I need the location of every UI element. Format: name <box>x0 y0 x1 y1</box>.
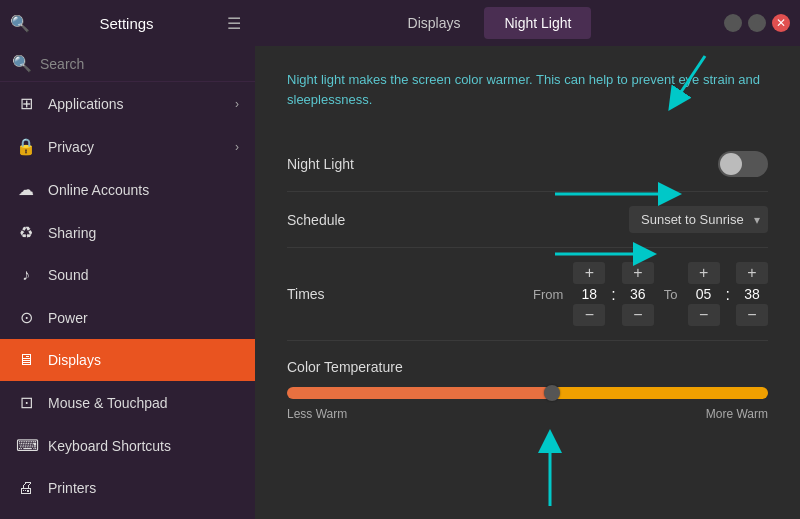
chevron-right-icon: › <box>235 97 239 111</box>
toggle-knob <box>720 153 742 175</box>
app-title: Settings <box>38 15 215 32</box>
sidebar-item-privacy[interactable]: 🔒 Privacy › <box>0 125 255 168</box>
time-colon-2: : <box>726 284 730 304</box>
sidebar-search-bar[interactable]: 🔍 <box>0 46 255 82</box>
keyboard-icon: ⌨ <box>16 436 36 455</box>
from-label: From <box>533 287 563 302</box>
chevron-right-icon: › <box>235 140 239 154</box>
to-hour-increment[interactable]: + <box>688 262 720 284</box>
sidebar-item-power[interactable]: ⊙ Power <box>0 296 255 339</box>
color-temperature-track[interactable] <box>287 387 768 399</box>
sidebar-item-online-accounts[interactable]: ☁ Online Accounts <box>0 168 255 211</box>
to-minute-value: 38 <box>736 286 768 302</box>
sidebar-item-label: Keyboard Shortcuts <box>48 438 239 454</box>
tab-night-light[interactable]: Night Light <box>484 7 591 39</box>
from-minute-value: 36 <box>622 286 654 302</box>
sidebar-item-label: Mouse & Touchpad <box>48 395 239 411</box>
less-warm-label: Less Warm <box>287 407 347 421</box>
mouse-icon: ⊡ <box>16 393 36 412</box>
sidebar-item-sharing[interactable]: ♻ Sharing <box>0 211 255 254</box>
more-warm-label: More Warm <box>706 407 768 421</box>
online-accounts-icon: ☁ <box>16 180 36 199</box>
to-minute-decrement[interactable]: − <box>736 304 768 326</box>
sidebar-item-displays[interactable]: 🖥 Displays <box>0 339 255 381</box>
sidebar-item-sound[interactable]: ♪ Sound <box>0 254 255 296</box>
sidebar-item-mouse-touchpad[interactable]: ⊡ Mouse & Touchpad <box>0 381 255 424</box>
power-icon: ⊙ <box>16 308 36 327</box>
from-hour-value: 18 <box>573 286 605 302</box>
time-colon-1: : <box>611 284 615 304</box>
from-hour-spinner: + 18 − <box>573 262 605 326</box>
panel: Night light makes the screen color warme… <box>255 46 800 519</box>
schedule-label: Schedule <box>287 212 427 228</box>
displays-icon: 🖥 <box>16 351 36 369</box>
slider-labels: Less Warm More Warm <box>287 407 768 421</box>
from-minute-decrement[interactable]: − <box>622 304 654 326</box>
sidebar-item-label: Displays <box>48 352 239 368</box>
sidebar-item-label: Power <box>48 310 239 326</box>
night-light-row: Night Light <box>287 137 768 192</box>
sidebar-item-label: Sound <box>48 267 239 283</box>
to-hour-decrement[interactable]: − <box>688 304 720 326</box>
schedule-dropdown-wrapper: Sunset to Sunrise Manual Disabled <box>629 206 768 233</box>
schedule-row: Schedule Sunset to Sunrise Manual Disabl… <box>287 192 768 248</box>
to-minute-increment[interactable]: + <box>736 262 768 284</box>
color-temperature-slider-area: Less Warm More Warm <box>287 387 768 421</box>
to-hour-value: 05 <box>688 286 720 302</box>
sidebar-item-printers[interactable]: 🖨 Printers <box>0 467 255 509</box>
to-minute-spinner: + 38 − <box>736 262 768 326</box>
title-bar-left: 🔍 Settings ☰ <box>0 10 255 37</box>
tab-displays[interactable]: Displays <box>388 7 481 39</box>
schedule-control: Sunset to Sunrise Manual Disabled <box>427 206 768 233</box>
color-temperature-thumb[interactable] <box>544 385 560 401</box>
from-minute-spinner: + 36 − <box>622 262 654 326</box>
title-search-icon: 🔍 <box>10 14 30 33</box>
privacy-icon: 🔒 <box>16 137 36 156</box>
from-hour-decrement[interactable]: − <box>573 304 605 326</box>
search-input[interactable] <box>40 56 243 72</box>
sidebar-item-keyboard-shortcuts[interactable]: ⌨ Keyboard Shortcuts <box>0 424 255 467</box>
close-button[interactable]: ✕ <box>772 14 790 32</box>
sidebar-item-label: Sharing <box>48 225 239 241</box>
maximize-button[interactable]: □ <box>748 14 766 32</box>
sidebar-item-label: Printers <box>48 480 239 496</box>
color-temperature-label: Color Temperature <box>287 359 768 375</box>
sidebar-search-icon: 🔍 <box>12 54 32 73</box>
schedule-dropdown[interactable]: Sunset to Sunrise Manual Disabled <box>629 206 768 233</box>
sound-icon: ♪ <box>16 266 36 284</box>
sidebar: 🔍 ⊞ Applications › 🔒 Privacy › ☁ Online … <box>0 46 255 519</box>
sidebar-item-label: Privacy <box>48 139 223 155</box>
to-label: To <box>664 287 678 302</box>
night-light-label: Night Light <box>287 156 427 172</box>
sidebar-item-label: Applications <box>48 96 223 112</box>
night-light-control <box>427 151 768 177</box>
printers-icon: 🖨 <box>16 479 36 497</box>
sharing-icon: ♻ <box>16 223 36 242</box>
color-temperature-row: Color Temperature Less Warm More Warm <box>287 341 768 439</box>
main-content: 🔍 ⊞ Applications › 🔒 Privacy › ☁ Online … <box>0 46 800 519</box>
times-row: Times From + 18 − : + 36 − To <box>287 248 768 341</box>
panel-description: Night light makes the screen color warme… <box>287 70 768 109</box>
to-hour-spinner: + 05 − <box>688 262 720 326</box>
hamburger-button[interactable]: ☰ <box>223 10 245 37</box>
title-bar: 🔍 Settings ☰ Displays Night Light – □ ✕ <box>0 0 800 46</box>
from-minute-increment[interactable]: + <box>622 262 654 284</box>
window-controls: – □ ✕ <box>724 14 800 32</box>
from-hour-increment[interactable]: + <box>573 262 605 284</box>
times-control: From + 18 − : + 36 − To + 05 <box>427 262 768 326</box>
times-label: Times <box>287 286 427 302</box>
minimize-button[interactable]: – <box>724 14 742 32</box>
sidebar-item-applications[interactable]: ⊞ Applications › <box>0 82 255 125</box>
tab-area: Displays Night Light <box>255 7 724 39</box>
night-light-toggle[interactable] <box>718 151 768 177</box>
applications-icon: ⊞ <box>16 94 36 113</box>
sidebar-item-label: Online Accounts <box>48 182 239 198</box>
